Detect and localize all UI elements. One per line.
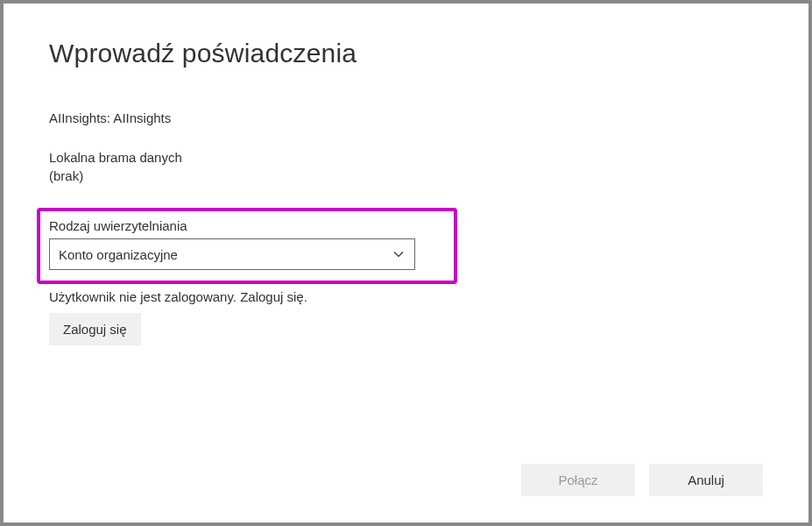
auth-type-value: Konto organizacyjne xyxy=(59,247,178,262)
dialog-footer-buttons: Połącz Anuluj xyxy=(521,464,763,496)
gateway-label: Lokalna brama danych xyxy=(49,150,763,165)
signin-button[interactable]: Zaloguj się xyxy=(49,313,141,345)
cancel-button[interactable]: Anuluj xyxy=(649,464,763,496)
auth-type-label: Rodzaj uwierzytelniania xyxy=(49,218,445,233)
login-status-text: Użytkownik nie jest zalogowany. Zaloguj … xyxy=(49,289,763,304)
chevron-down-icon xyxy=(392,247,406,261)
auth-type-highlight: Rodzaj uwierzytelniania Konto organizacy… xyxy=(37,208,457,284)
connect-button[interactable]: Połącz xyxy=(521,464,635,496)
auth-type-dropdown[interactable]: Konto organizacyjne xyxy=(49,238,415,270)
dialog-title: Wprowadź poświadczenia xyxy=(49,39,763,68)
credentials-dialog: Wprowadź poświadczenia AIInsights: AIIns… xyxy=(4,4,808,522)
data-source-label: AIInsights: AIInsights xyxy=(49,110,763,125)
gateway-value: (brak) xyxy=(49,168,763,183)
